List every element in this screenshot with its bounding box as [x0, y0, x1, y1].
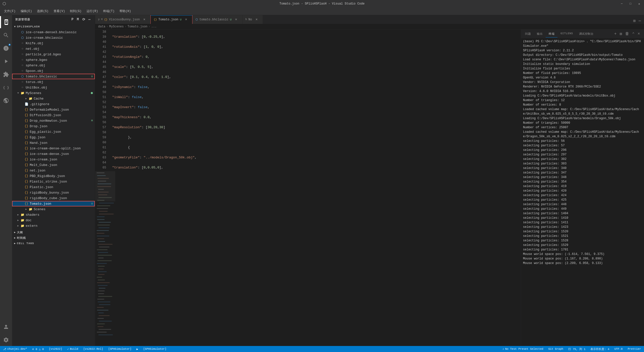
tab-close[interactable]: × [234, 18, 238, 22]
tab-viscousbunny[interactable]: p M {} ViscousBunny.json × [95, 15, 151, 24]
cache-folder[interactable]: ▶ 📁 Cache [12, 96, 95, 101]
activity-remote[interactable] [0, 95, 12, 107]
list-item[interactable]: {} Hand.json [12, 140, 95, 146]
list-item[interactable]: {} ice-cream-dense-split.json [12, 146, 95, 151]
minimize-button[interactable]: ─ [619, 2, 624, 6]
restore-button[interactable]: □ [628, 2, 633, 6]
more-actions-button[interactable]: ⋯ [88, 17, 92, 22]
code-content[interactable]: 3839404142 4344454647 4849505152 5354555… [95, 29, 521, 171]
list-item[interactable]: {} Diffusion2D.json [12, 112, 95, 118]
outline-section[interactable]: ▶ 大纲 [12, 230, 95, 235]
tomato-bhclassic-item[interactable]: ⬡ tomato.bhclassic U [12, 74, 95, 79]
tab-output[interactable]: 输出 [534, 30, 546, 37]
status-sphsimulator1[interactable]: [SPHSimulator] [107, 346, 132, 352]
myscenes-folder[interactable]: ▼ 📁 MyScenes [12, 90, 95, 96]
menu-select[interactable]: 选择(S) [35, 8, 51, 14]
cell-tags-section[interactable]: ▶ CELL TAGS [12, 241, 95, 246]
tab-terminal[interactable]: 终端 [546, 30, 557, 37]
menu-goto[interactable]: 转到(G) [68, 8, 84, 14]
status-errors[interactable]: ⊘ 0 △ 0 [31, 346, 45, 352]
activity-extensions[interactable] [0, 68, 12, 80]
list-item[interactable]: {} rigidBody_bunny.json [12, 190, 95, 195]
list-item[interactable]: ○ sphere.bgeo [12, 57, 95, 63]
status-no-test-preset[interactable]: ⚡ No Test Preset Selected [501, 346, 544, 352]
list-item[interactable]: ○ net.obj [12, 46, 95, 52]
status-git-branch[interactable]: ⎇ chunjei-dev* [2, 346, 28, 352]
menu-edit[interactable]: 编辑(E) [19, 8, 34, 14]
bc-tomato[interactable]: Tomato.json [128, 25, 147, 28]
status-tab-size[interactable]: 表示符长度: 4 [589, 346, 610, 352]
list-item[interactable]: {} rigidBody_cube.json [12, 195, 95, 201]
list-item[interactable]: {} ice-cream.json [12, 157, 95, 162]
status-play[interactable]: ▶ [136, 346, 139, 352]
list-item[interactable]: {} net.json [12, 168, 95, 173]
list-item[interactable]: {} Drop_nonNewton.json M [12, 118, 95, 123]
list-item[interactable]: ○ Spoon.obj [12, 68, 95, 74]
tab-no[interactable]: h No × [243, 15, 263, 24]
list-item[interactable]: ○ particle_grid.bgeo [12, 52, 95, 57]
tab-tomato-bhclassic[interactable]: ⬡ tomato.bhclassic U × [192, 15, 243, 24]
status-prettier[interactable]: Prettier [627, 346, 642, 352]
close-button[interactable]: ✕ [637, 2, 641, 6]
list-item[interactable]: ○ Knife.obj [12, 40, 95, 46]
list-item[interactable]: {} ice-cream-dense.json [12, 151, 95, 157]
more-tabs-button[interactable]: ⋯ [637, 18, 642, 24]
status-vs2022-rel[interactable]: [vs2022-Rel] [82, 346, 104, 352]
list-item[interactable]: 📄 .gitignore [12, 101, 95, 107]
tab-problems[interactable]: 问题 [522, 30, 534, 37]
list-item[interactable]: {} Egg_plastic.json [12, 129, 95, 135]
split-editor-button[interactable]: ⊞ [632, 18, 637, 24]
status-build[interactable]: ✓ Build [66, 346, 79, 352]
list-item[interactable]: ○ torus.obj [12, 79, 95, 85]
tab-tomato-json[interactable]: {} Tomato.json U × [151, 15, 192, 24]
splishsplash-section[interactable]: ▼ SPLISHSPLASH [12, 24, 95, 29]
close-panel-button[interactable]: × [636, 31, 641, 37]
list-item[interactable]: {} Plastic_strike.json [12, 179, 95, 184]
activity-json[interactable]: { } [0, 81, 12, 94]
collapse-button[interactable]: ⟳ [81, 17, 87, 22]
menu-help[interactable]: 帮助(H) [117, 8, 133, 14]
new-folder-button[interactable]: M [76, 17, 80, 22]
list-item[interactable]: {} DeformableModel.json [12, 107, 95, 112]
status-line-col[interactable]: 行 75, 列 1 [567, 346, 586, 352]
tomato-json-item[interactable]: {} Tomato.json U [12, 201, 95, 206]
status-encoding[interactable]: UTF-8 [613, 346, 624, 352]
timeline-section[interactable]: ▶ 时间线 [12, 235, 95, 241]
extern-folder[interactable]: ▶ 📁 extern [12, 223, 95, 229]
maximize-panel-button[interactable]: ⌃ [631, 31, 636, 37]
list-item[interactable]: {} PBD_RigidBody.json [12, 173, 95, 179]
list-item[interactable]: ⬡ ice-cream.bhclassic [12, 35, 95, 40]
terminal-content[interactable]: (base) PS C:\Dev\SPlisHSPlasH\bin> . "C:… [521, 38, 644, 346]
menu-terminal[interactable]: 终端(T) [101, 8, 117, 14]
new-file-button[interactable]: p [70, 17, 75, 22]
activity-settings[interactable] [0, 334, 12, 346]
list-item[interactable]: {} Plastic.json [12, 184, 95, 190]
minimap[interactable] [95, 171, 115, 346]
menu-run[interactable]: 运行(R) [85, 8, 100, 14]
tab-debug-console[interactable]: 调试控制台 [576, 30, 597, 37]
doc-folder[interactable]: ▶ 📁 doc [12, 217, 95, 223]
tab-close[interactable]: × [184, 18, 188, 22]
activity-run[interactable] [0, 55, 12, 67]
tab-close[interactable]: × [142, 18, 146, 22]
list-item[interactable]: ○ UnitBox.obj [12, 85, 95, 90]
menu-view[interactable]: 查看(V) [52, 8, 67, 14]
activity-search[interactable] [0, 29, 12, 41]
list-item[interactable]: {} Egg.json [12, 135, 95, 140]
list-item[interactable]: ○ sphere.obj [12, 63, 95, 68]
split-terminal-button[interactable]: ⊞ [619, 31, 623, 37]
list-item[interactable]: {} Melt_Cube.json [12, 162, 95, 168]
status-sphsimulator2[interactable]: [SPHSimulator] [142, 346, 167, 352]
bc-myscenes[interactable]: MyScenes [109, 25, 124, 28]
tab-gitlens[interactable]: GITLENS [557, 30, 576, 37]
shaders-folder[interactable]: ▶ 📁 shaders [12, 212, 95, 217]
activity-source-control[interactable]: M [0, 42, 12, 54]
status-vs2022[interactable]: [vs2022] [48, 346, 63, 352]
tab-close[interactable]: × [255, 18, 259, 22]
menu-file[interactable]: 文件(F) [2, 8, 18, 14]
activity-explorer[interactable] [0, 16, 12, 28]
list-item[interactable]: ⬡ ice-cream-dense3.bhclassic [12, 29, 95, 35]
scenes-folder[interactable]: ▶ 📁 Scenes [12, 206, 95, 212]
activity-accounts[interactable] [0, 321, 12, 333]
list-item[interactable]: {} Drop.json [12, 123, 95, 129]
